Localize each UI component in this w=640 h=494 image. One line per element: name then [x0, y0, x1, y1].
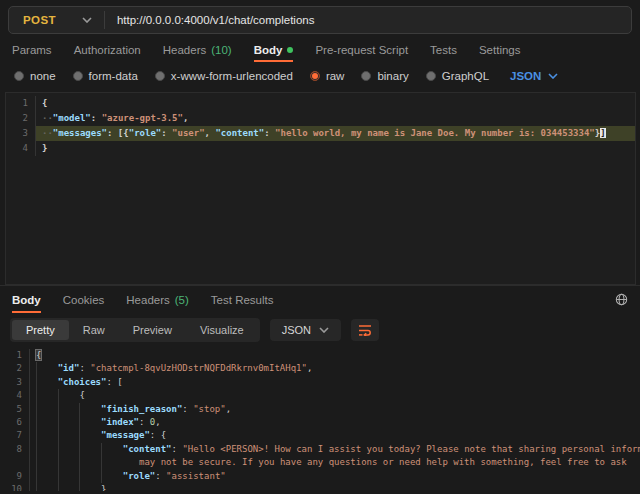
tab-label: Params	[12, 44, 52, 56]
radio-icon	[14, 71, 24, 81]
body-type-radio-form-data[interactable]: form-data	[73, 70, 138, 82]
body-format-dropdown[interactable]: JSON	[510, 70, 558, 82]
response-tab-test-results[interactable]: Test Results	[211, 286, 274, 313]
line-number: 1	[6, 96, 36, 111]
line-number: 3	[6, 126, 36, 141]
code-line: may not be secure. If you have any quest…	[0, 456, 640, 469]
view-mode-segment: PrettyRawPreviewVisualize	[10, 318, 260, 342]
code-text: "id": "chatcmpl-8qvUzHODstrNQFDdRkrnv0mI…	[30, 362, 640, 375]
tab-params[interactable]: Params	[12, 38, 52, 62]
line-number: 3	[0, 376, 30, 389]
line-number: 7	[0, 429, 30, 442]
view-button-pretty[interactable]: Pretty	[12, 320, 69, 340]
tab-authorization[interactable]: Authorization	[74, 38, 141, 62]
code-line: 8"content": "Hello <PERSON>! How can I a…	[0, 443, 640, 456]
radio-icon	[310, 71, 320, 81]
response-tab-headers[interactable]: Headers(5)	[126, 286, 189, 313]
tab-body[interactable]: Body	[254, 38, 294, 62]
line-number: 5	[0, 403, 30, 416]
radio-label: form-data	[89, 70, 138, 82]
radio-icon	[361, 71, 371, 81]
method-label: POST	[23, 14, 56, 26]
code-line: 9"role": "assistant"	[0, 470, 640, 483]
code-text: "choices": [	[30, 376, 640, 389]
request-url-bar: POST http://0.0.0.0:4000/v1/chat/complet…	[8, 6, 632, 34]
code-line: 1{	[6, 96, 635, 111]
response-tabs-row: BodyCookiesHeaders(5)Test Results	[0, 286, 640, 313]
tab-label: Headers	[163, 44, 206, 56]
request-body-editor[interactable]: 1{2··"model": "azure-gpt-3.5",3··"messag…	[5, 92, 636, 285]
view-button-visualize[interactable]: Visualize	[186, 320, 258, 340]
code-line: 4{	[0, 389, 640, 402]
radio-icon	[426, 71, 436, 81]
body-type-radio-none[interactable]: none	[14, 70, 56, 82]
wrap-text-icon	[358, 324, 372, 336]
code-text: ··"messages": [{"role": "user", "content…	[36, 126, 635, 141]
response-format-label: JSON	[282, 324, 311, 336]
body-type-radio-raw[interactable]: raw	[310, 70, 345, 82]
tab-headers[interactable]: Headers(10)	[163, 38, 232, 62]
radio-icon	[73, 71, 83, 81]
tab-tests[interactable]: Tests	[430, 38, 457, 62]
line-number: 4	[0, 389, 30, 402]
tab-label: Body	[12, 294, 41, 306]
tab-settings[interactable]: Settings	[479, 38, 521, 62]
code-text: }	[30, 483, 640, 491]
radio-label: binary	[377, 70, 408, 82]
line-number: 2	[6, 111, 36, 126]
code-line: 6"index": 0,	[0, 416, 640, 429]
tab-label: Test Results	[211, 294, 274, 306]
code-text: "role": "assistant"	[30, 470, 640, 483]
line-number: 6	[0, 416, 30, 429]
globe-icon[interactable]	[615, 293, 628, 306]
response-tab-cookies[interactable]: Cookies	[63, 286, 105, 313]
code-line: 4}	[6, 141, 635, 156]
response-body-editor[interactable]: 1{2"id": "chatcmpl-8qvUzHODstrNQFDdRkrnv…	[0, 347, 640, 491]
code-text: {	[30, 389, 640, 402]
code-line: 3"choices": [	[0, 376, 640, 389]
wrap-text-button[interactable]	[351, 319, 379, 341]
method-selector[interactable]: POST	[9, 7, 104, 33]
body-type-options: noneform-datax-www-form-urlencodedrawbin…	[0, 62, 640, 90]
radio-label: raw	[326, 70, 345, 82]
response-tab-body[interactable]: Body	[12, 286, 41, 313]
tab-count-badge: (5)	[175, 294, 189, 306]
body-type-radio-x-www-form-urlencoded[interactable]: x-www-form-urlencoded	[155, 70, 293, 82]
line-number: 10	[0, 483, 30, 491]
body-type-radio-binary[interactable]: binary	[361, 70, 408, 82]
code-text: }	[36, 141, 635, 156]
radio-label: GraphQL	[442, 70, 489, 82]
tab-count-badge: (10)	[211, 44, 231, 56]
code-text: "finish_reason": "stop",	[30, 403, 640, 416]
view-button-preview[interactable]: Preview	[119, 320, 186, 340]
code-text: ··"model": "azure-gpt-3.5",	[36, 111, 635, 126]
line-number: 9	[0, 470, 30, 483]
code-line: 10}	[0, 483, 640, 491]
response-format-dropdown[interactable]: JSON	[270, 319, 341, 341]
tab-label: Pre-request Script	[315, 44, 408, 56]
code-text: "content": "Hello <PERSON>! How can I as…	[30, 443, 640, 456]
line-number: 1	[0, 349, 30, 362]
radio-label: x-www-form-urlencoded	[171, 70, 293, 82]
code-text: {	[36, 96, 635, 111]
chevron-down-icon	[319, 327, 329, 333]
code-line: 1{	[0, 349, 640, 362]
tab-label: Authorization	[74, 44, 141, 56]
radio-icon	[155, 71, 165, 81]
code-line: 5"finish_reason": "stop",	[0, 403, 640, 416]
code-line: 3··"messages": [{"role": "user", "conten…	[6, 126, 635, 141]
code-line: 7"message": {	[0, 429, 640, 442]
view-button-raw[interactable]: Raw	[69, 320, 119, 340]
line-number: 2	[0, 362, 30, 375]
code-text: {	[30, 349, 640, 362]
url-input[interactable]: http://0.0.0.0:4000/v1/chat/completions	[105, 7, 631, 33]
tab-label: Settings	[479, 44, 521, 56]
body-type-radio-GraphQL[interactable]: GraphQL	[426, 70, 489, 82]
line-number: 8	[0, 443, 30, 456]
chevron-down-icon	[548, 73, 558, 79]
code-line: 2··"model": "azure-gpt-3.5",	[6, 111, 635, 126]
tab-label: Tests	[430, 44, 457, 56]
unsaved-dot-icon	[287, 47, 293, 53]
tab-pre-request-script[interactable]: Pre-request Script	[315, 38, 408, 62]
radio-label: none	[30, 70, 56, 82]
